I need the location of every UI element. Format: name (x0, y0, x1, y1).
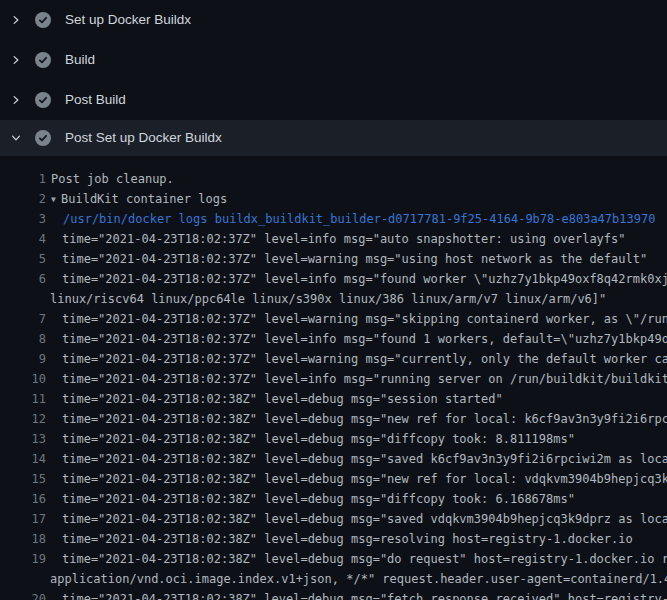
log-text: time="2021-04-23T18:02:38Z" level=debug … (46, 409, 667, 429)
line-number-link[interactable]: 5 (0, 249, 46, 269)
line-number-link[interactable]: 9 (0, 349, 46, 369)
line-number-link[interactable]: 4 (0, 229, 46, 249)
log-text: time="2021-04-23T18:02:38Z" level=debug … (46, 549, 667, 569)
log-text: time="2021-04-23T18:02:38Z" level=debug … (46, 489, 575, 509)
log-text: time="2021-04-23T18:02:38Z" level=debug … (46, 389, 503, 409)
log-line: 1Post job cleanup. (0, 169, 667, 189)
log-group-title: BuildKit container logs (61, 192, 227, 206)
log-line: 2▼BuildKit container logs (0, 189, 667, 209)
line-number-link[interactable]: 6 (0, 269, 46, 289)
line-number-link[interactable]: 14 (0, 449, 46, 469)
chevron-right-icon (10, 54, 22, 66)
line-number-link[interactable]: 13 (0, 429, 46, 449)
line-number-link[interactable]: 1 (0, 169, 46, 189)
line-number-link (0, 289, 46, 309)
line-number-link[interactable]: 15 (0, 469, 46, 489)
step-title: Set up Docker Buildx (65, 12, 191, 28)
log-line: 7time="2021-04-23T18:02:37Z" level=warni… (0, 309, 667, 329)
step-row-post-set-up-docker-buildx[interactable]: Post Set up Docker Buildx (0, 120, 667, 156)
line-number-link[interactable]: 16 (0, 489, 46, 509)
step-title: Post Build (65, 92, 126, 108)
step-row-build[interactable]: Build (0, 40, 667, 80)
log-line: 10time="2021-04-23T18:02:37Z" level=info… (0, 369, 667, 389)
chevron-right-icon (10, 14, 22, 26)
log-line: 11time="2021-04-23T18:02:38Z" level=debu… (0, 389, 667, 409)
line-number-link[interactable]: 8 (0, 329, 46, 349)
step-title: Post Set up Docker Buildx (65, 130, 222, 146)
log-text: time="2021-04-23T18:02:38Z" level=debug … (46, 529, 633, 549)
line-number-link[interactable]: 17 (0, 509, 46, 529)
log-line: 18time="2021-04-23T18:02:38Z" level=debu… (0, 529, 667, 549)
line-number-link[interactable]: 11 (0, 389, 46, 409)
group-collapse-triangle-icon[interactable]: ▼ (51, 190, 61, 209)
line-number-link[interactable]: 2 (0, 189, 46, 209)
log-text: time="2021-04-23T18:02:37Z" level=info m… (46, 369, 667, 389)
log-text: time="2021-04-23T18:02:37Z" level=warnin… (46, 309, 667, 329)
line-number-link[interactable]: 10 (0, 369, 46, 389)
log-line: 8time="2021-04-23T18:02:37Z" level=info … (0, 329, 667, 349)
log-text: time="2021-04-23T18:02:37Z" level=warnin… (46, 249, 647, 269)
log-text: time="2021-04-23T18:02:37Z" level=warnin… (46, 349, 667, 369)
log-text: time="2021-04-23T18:02:37Z" level=info m… (46, 269, 667, 289)
workflow-log-viewer: Set up Docker BuildxBuildPost BuildPost … (0, 0, 667, 600)
log-text: time="2021-04-23T18:02:38Z" level=debug … (46, 589, 667, 600)
log-group-header[interactable]: ▼BuildKit container logs (46, 189, 227, 209)
command-text: /usr/bin/docker logs buildx_buildkit_bui… (46, 209, 655, 229)
log-line: 20time="2021-04-23T18:02:38Z" level=debu… (0, 589, 667, 600)
line-number-link[interactable]: 7 (0, 309, 46, 329)
chevron-down-icon (10, 132, 22, 144)
check-circle-icon (35, 130, 51, 146)
chevron-right-icon (10, 94, 22, 106)
step-list: Set up Docker BuildxBuildPost BuildPost … (0, 0, 667, 156)
check-circle-icon (35, 52, 51, 68)
line-number-link[interactable]: 18 (0, 529, 46, 549)
step-row-post-build[interactable]: Post Build (0, 80, 667, 120)
check-circle-icon (35, 12, 51, 28)
log-line: 3/usr/bin/docker logs buildx_buildkit_bu… (0, 209, 667, 229)
line-number-link (0, 569, 46, 589)
log-line: 16time="2021-04-23T18:02:38Z" level=debu… (0, 489, 667, 509)
log-line: 12time="2021-04-23T18:02:38Z" level=debu… (0, 409, 667, 429)
log-line: 19time="2021-04-23T18:02:38Z" level=debu… (0, 549, 667, 569)
log-line: linux/riscv64 linux/ppc64le linux/s390x … (0, 289, 667, 309)
log-line: 6time="2021-04-23T18:02:37Z" level=info … (0, 269, 667, 289)
log-line: 13time="2021-04-23T18:02:38Z" level=debu… (0, 429, 667, 449)
log-text: Post job cleanup. (46, 169, 174, 189)
step-title: Build (65, 52, 95, 68)
log-area: 1Post job cleanup.2▼BuildKit container l… (0, 156, 667, 600)
log-text: application/vnd.oci.image.index.v1+json,… (46, 569, 667, 589)
line-number-link[interactable]: 12 (0, 409, 46, 429)
log-line: 4time="2021-04-23T18:02:37Z" level=info … (0, 229, 667, 249)
line-number-link[interactable]: 20 (0, 589, 46, 600)
log-line: 5time="2021-04-23T18:02:37Z" level=warni… (0, 249, 667, 269)
log-line: 17time="2021-04-23T18:02:38Z" level=debu… (0, 509, 667, 529)
log-text: time="2021-04-23T18:02:38Z" level=debug … (46, 509, 667, 529)
log-line: 9time="2021-04-23T18:02:37Z" level=warni… (0, 349, 667, 369)
line-number-link[interactable]: 3 (0, 209, 46, 229)
log-line: 15time="2021-04-23T18:02:38Z" level=debu… (0, 469, 667, 489)
log-text: time="2021-04-23T18:02:38Z" level=debug … (46, 449, 667, 469)
step-row-set-up-docker-buildx[interactable]: Set up Docker Buildx (0, 0, 667, 40)
log-text: time="2021-04-23T18:02:37Z" level=info m… (46, 229, 626, 249)
log-text: time="2021-04-23T18:02:38Z" level=debug … (46, 429, 575, 449)
log-line: application/vnd.oci.image.index.v1+json,… (0, 569, 667, 589)
line-number-link[interactable]: 19 (0, 549, 46, 569)
check-circle-icon (35, 92, 51, 108)
log-line: 14time="2021-04-23T18:02:38Z" level=debu… (0, 449, 667, 469)
log-text: time="2021-04-23T18:02:37Z" level=info m… (46, 329, 667, 349)
log-text: linux/riscv64 linux/ppc64le linux/s390x … (46, 289, 606, 309)
log-text: time="2021-04-23T18:02:38Z" level=debug … (46, 469, 667, 489)
